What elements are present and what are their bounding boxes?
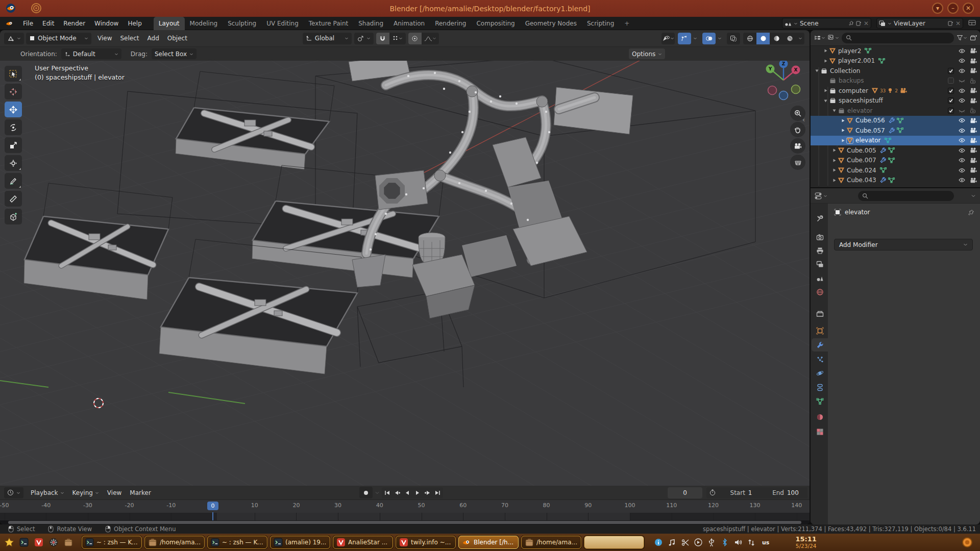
timeline-track[interactable]	[0, 513, 810, 520]
expand-arrow-icon[interactable]	[832, 148, 837, 153]
properties-tab-world[interactable]	[812, 285, 828, 298]
workspace-tab-shading[interactable]: Shading	[353, 17, 388, 30]
jump-end-button[interactable]	[433, 487, 443, 498]
properties-search-input[interactable]	[858, 191, 954, 201]
workspace-tab-modeling[interactable]: Modeling	[185, 17, 223, 30]
expand-arrow-icon[interactable]	[823, 59, 828, 63]
eye-closed-toggle-icon[interactable]	[959, 78, 965, 83]
blender-menu-icon[interactable]	[5, 19, 14, 28]
timeline-scrollbar-thumb[interactable]	[8, 521, 801, 524]
properties-tab-modifiers[interactable]	[812, 338, 828, 352]
maximize-button[interactable]: –	[947, 3, 959, 14]
outliner-item-label[interactable]: Cube.007	[847, 157, 876, 164]
new-viewlayer-icon[interactable]	[948, 20, 953, 26]
tray-network-icon[interactable]	[746, 537, 757, 548]
viewport-menu-select[interactable]: Select	[116, 35, 143, 42]
launcher-favorites-star[interactable]	[3, 536, 15, 548]
camera-x-toggle-icon[interactable]	[970, 108, 977, 113]
outliner-item-label[interactable]: elevator	[855, 137, 881, 144]
launcher-vivaldi[interactable]	[33, 536, 45, 548]
tray-info-icon[interactable]	[653, 537, 664, 548]
outliner-item-label[interactable]: Cube.056	[855, 117, 885, 124]
taskbar-window-8[interactable]	[584, 536, 644, 549]
tool-scale[interactable]	[5, 137, 22, 153]
tool-cursor[interactable]	[5, 84, 22, 99]
visibility-dropdown[interactable]	[662, 33, 675, 44]
use-preview-range-icon[interactable]	[706, 489, 719, 496]
outliner-row[interactable]: Cube.024	[811, 165, 980, 176]
menu-window[interactable]: Window	[90, 18, 123, 29]
properties-tab-object-data[interactable]	[812, 395, 828, 408]
play-back-button[interactable]	[402, 487, 412, 498]
outliner-row[interactable]: elevator	[811, 136, 980, 146]
viewport-menu-view[interactable]: View	[93, 35, 116, 42]
expand-arrow-icon[interactable]	[832, 108, 837, 113]
scene-name[interactable]: Scene	[800, 20, 846, 27]
tool-annotate[interactable]	[5, 173, 22, 189]
taskbar-window-6[interactable]: Blender [/h...	[458, 536, 519, 549]
tray-usb-icon[interactable]	[706, 537, 717, 548]
camera-toggle-icon[interactable]	[970, 98, 977, 104]
workspace-tab-animation[interactable]: Animation	[388, 17, 430, 30]
shading-material-button[interactable]	[770, 33, 783, 44]
taskbar-window-4[interactable]: AnalieStar ...	[333, 536, 393, 549]
outliner-item-label[interactable]: player2.001	[838, 57, 875, 64]
properties-tab-physics[interactable]	[812, 366, 828, 380]
properties-tab-view-layer[interactable]	[812, 258, 828, 271]
play-button[interactable]	[412, 487, 423, 498]
add-workspace-button[interactable]: +	[619, 17, 634, 30]
outliner-row[interactable]: backups	[811, 76, 980, 86]
frame-start-field[interactable]: Start1	[719, 487, 764, 498]
camera-toggle-icon[interactable]	[970, 88, 977, 93]
properties-tab-tool[interactable]	[812, 212, 828, 225]
keying-set-dropdown[interactable]	[375, 491, 380, 495]
outliner-row[interactable]: elevator	[811, 106, 980, 116]
outliner-item-label[interactable]: Collection	[830, 67, 860, 74]
camera-toggle-icon[interactable]	[970, 138, 977, 143]
expand-arrow-icon[interactable]	[815, 68, 819, 73]
outliner-row[interactable]: Cube.043	[811, 176, 980, 186]
outliner-row[interactable]: player2.001	[811, 56, 980, 66]
editor-type-button[interactable]	[4, 33, 24, 44]
outliner-row[interactable]: Collection	[811, 66, 980, 76]
jump-start-button[interactable]	[382, 487, 392, 498]
properties-tab-output[interactable]	[812, 244, 828, 257]
pin-id-icon[interactable]	[968, 209, 974, 216]
taskbar-window-2[interactable]: ~ : zsh — Ko...	[207, 536, 267, 549]
eye-toggle-icon[interactable]	[959, 68, 965, 73]
pin-icon[interactable]	[848, 20, 854, 26]
pivot-point-selector[interactable]	[354, 33, 374, 44]
eye-toggle-icon[interactable]	[959, 128, 965, 133]
workspace-tab-sculpting[interactable]: Sculpting	[223, 17, 261, 30]
tool-rotate[interactable]	[5, 119, 22, 135]
workspace-tab-rendering[interactable]: Rendering	[430, 17, 471, 30]
expand-arrow-icon[interactable]	[823, 48, 828, 53]
check-toggle-icon[interactable]	[948, 88, 954, 94]
properties-tab-texture[interactable]	[812, 425, 828, 438]
overlays-dropdown[interactable]	[716, 33, 724, 44]
outliner-row[interactable]: Cube.057	[811, 126, 980, 136]
camera-toggle-icon[interactable]	[970, 147, 977, 153]
eye-toggle-icon[interactable]	[959, 148, 965, 153]
launcher-terminal[interactable]	[18, 536, 30, 548]
expand-arrow-icon[interactable]	[832, 168, 837, 172]
taskbar-window-3[interactable]: (amalie) 19...	[270, 536, 330, 549]
check-toggle-icon[interactable]	[948, 68, 954, 74]
timeline-menu-playback[interactable]: Playback	[27, 489, 68, 496]
outliner-row[interactable]: player2	[811, 46, 980, 56]
camera-toggle-icon[interactable]	[970, 158, 977, 163]
properties-tab-scene[interactable]	[812, 271, 828, 285]
shading-rendered-button[interactable]	[783, 33, 796, 44]
options-dropdown[interactable]: Options	[629, 48, 665, 59]
timeline-ruler[interactable]: -50-40-30-20-101020304050607080901001101…	[0, 500, 810, 513]
camera-toggle-icon[interactable]	[970, 48, 977, 54]
orthographic-toggle-button[interactable]	[790, 155, 805, 170]
outliner-row[interactable]: Cube.007	[811, 156, 980, 166]
tray-clipboard-icon[interactable]	[679, 537, 691, 548]
workspace-tab-compositing[interactable]: Compositing	[471, 17, 520, 30]
auto-keying-toggle[interactable]	[359, 487, 373, 498]
properties-tab-render[interactable]	[812, 231, 828, 244]
frame-end-field[interactable]: End100	[764, 487, 807, 498]
minimize-button[interactable]: ▾	[932, 3, 943, 14]
eye-toggle-icon[interactable]	[959, 58, 965, 63]
